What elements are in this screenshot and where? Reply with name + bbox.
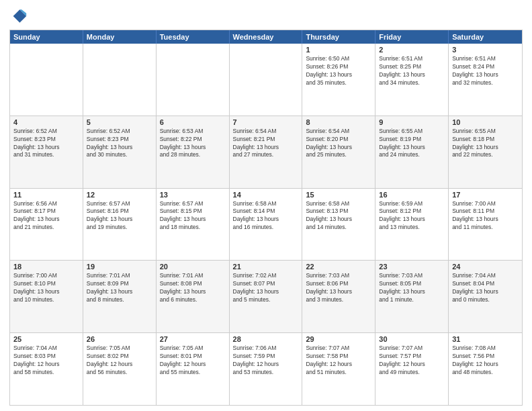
calendar-row-1: 1Sunrise: 6:50 AM Sunset: 8:26 PM Daylig…	[10, 44, 522, 116]
day-number: 6	[160, 118, 226, 126]
calendar: SundayMondayTuesdayWednesdayThursdayFrid…	[9, 30, 523, 406]
day-header-saturday: Saturday	[449, 30, 522, 44]
day-header-friday: Friday	[375, 30, 449, 44]
day-number: 30	[379, 335, 445, 343]
calendar-cell: 4Sunrise: 6:52 AM Sunset: 8:23 PM Daylig…	[10, 116, 83, 188]
calendar-cell: 2Sunrise: 6:51 AM Sunset: 8:25 PM Daylig…	[375, 44, 449, 116]
calendar-cell: 13Sunrise: 6:57 AM Sunset: 8:15 PM Dayli…	[157, 189, 230, 261]
day-info: Sunrise: 7:04 AM Sunset: 8:03 PM Dayligh…	[13, 345, 79, 377]
day-info: Sunrise: 6:54 AM Sunset: 8:21 PM Dayligh…	[233, 128, 299, 160]
calendar-cell: 18Sunrise: 7:00 AM Sunset: 8:10 PM Dayli…	[10, 261, 83, 332]
day-info: Sunrise: 6:52 AM Sunset: 8:23 PM Dayligh…	[13, 128, 79, 160]
calendar-row-4: 18Sunrise: 7:00 AM Sunset: 8:10 PM Dayli…	[10, 260, 522, 332]
calendar-row-2: 4Sunrise: 6:52 AM Sunset: 8:23 PM Daylig…	[10, 116, 522, 188]
calendar-cell: 25Sunrise: 7:04 AM Sunset: 8:03 PM Dayli…	[10, 333, 83, 405]
day-info: Sunrise: 6:56 AM Sunset: 8:17 PM Dayligh…	[13, 200, 79, 232]
day-info: Sunrise: 7:08 AM Sunset: 7:56 PM Dayligh…	[452, 345, 519, 377]
day-number: 20	[160, 263, 226, 271]
logo-icon	[9, 7, 28, 26]
day-number: 15	[306, 191, 371, 199]
day-number: 24	[452, 263, 519, 271]
day-info: Sunrise: 6:57 AM Sunset: 8:16 PM Dayligh…	[87, 200, 152, 232]
day-info: Sunrise: 6:59 AM Sunset: 8:12 PM Dayligh…	[379, 200, 445, 232]
logo	[9, 7, 31, 26]
day-info: Sunrise: 6:50 AM Sunset: 8:26 PM Dayligh…	[306, 55, 371, 87]
day-number: 11	[13, 191, 79, 199]
day-info: Sunrise: 7:05 AM Sunset: 8:01 PM Dayligh…	[160, 345, 226, 377]
calendar-cell: 29Sunrise: 7:07 AM Sunset: 7:58 PM Dayli…	[302, 333, 375, 405]
day-info: Sunrise: 6:58 AM Sunset: 8:14 PM Dayligh…	[233, 200, 299, 232]
calendar-row-5: 25Sunrise: 7:04 AM Sunset: 8:03 PM Dayli…	[10, 332, 522, 405]
day-number: 7	[233, 118, 299, 126]
calendar-cell: 23Sunrise: 7:03 AM Sunset: 8:05 PM Dayli…	[375, 261, 449, 332]
day-number: 22	[306, 263, 371, 271]
calendar-cell: 22Sunrise: 7:03 AM Sunset: 8:06 PM Dayli…	[302, 261, 375, 332]
day-info: Sunrise: 6:57 AM Sunset: 8:15 PM Dayligh…	[160, 200, 226, 232]
day-header-thursday: Thursday	[302, 30, 375, 44]
calendar-cell: 5Sunrise: 6:52 AM Sunset: 8:23 PM Daylig…	[83, 116, 157, 188]
day-info: Sunrise: 6:54 AM Sunset: 8:20 PM Dayligh…	[306, 128, 371, 160]
calendar-body: 1Sunrise: 6:50 AM Sunset: 8:26 PM Daylig…	[10, 44, 522, 405]
calendar-cell: 16Sunrise: 6:59 AM Sunset: 8:12 PM Dayli…	[375, 189, 449, 261]
day-info: Sunrise: 7:07 AM Sunset: 7:57 PM Dayligh…	[379, 345, 445, 377]
day-number: 2	[379, 46, 445, 54]
day-info: Sunrise: 6:58 AM Sunset: 8:13 PM Dayligh…	[306, 200, 371, 232]
calendar-cell: 21Sunrise: 7:02 AM Sunset: 8:07 PM Dayli…	[230, 261, 303, 332]
day-info: Sunrise: 7:01 AM Sunset: 8:08 PM Dayligh…	[160, 272, 226, 304]
day-number: 31	[452, 335, 519, 343]
day-number: 1	[306, 46, 371, 54]
day-info: Sunrise: 6:55 AM Sunset: 8:19 PM Dayligh…	[379, 128, 445, 160]
calendar-cell: 15Sunrise: 6:58 AM Sunset: 8:13 PM Dayli…	[302, 189, 375, 261]
calendar-header: SundayMondayTuesdayWednesdayThursdayFrid…	[10, 30, 522, 44]
day-info: Sunrise: 6:52 AM Sunset: 8:23 PM Dayligh…	[87, 128, 152, 160]
calendar-cell: 8Sunrise: 6:54 AM Sunset: 8:20 PM Daylig…	[302, 116, 375, 188]
calendar-cell: 17Sunrise: 7:00 AM Sunset: 8:11 PM Dayli…	[449, 189, 522, 261]
day-info: Sunrise: 6:53 AM Sunset: 8:22 PM Dayligh…	[160, 128, 226, 160]
day-number: 29	[306, 335, 371, 343]
page: SundayMondayTuesdayWednesdayThursdayFrid…	[0, 0, 532, 411]
day-number: 10	[452, 118, 519, 126]
calendar-cell: 27Sunrise: 7:05 AM Sunset: 8:01 PM Dayli…	[157, 333, 230, 405]
day-number: 27	[160, 335, 226, 343]
calendar-row-3: 11Sunrise: 6:56 AM Sunset: 8:17 PM Dayli…	[10, 188, 522, 261]
day-info: Sunrise: 7:03 AM Sunset: 8:05 PM Dayligh…	[379, 272, 445, 304]
day-info: Sunrise: 6:51 AM Sunset: 8:25 PM Dayligh…	[379, 55, 445, 87]
day-info: Sunrise: 7:07 AM Sunset: 7:58 PM Dayligh…	[306, 345, 371, 377]
calendar-cell: 20Sunrise: 7:01 AM Sunset: 8:08 PM Dayli…	[157, 261, 230, 332]
day-number: 14	[233, 191, 299, 199]
day-number: 16	[379, 191, 445, 199]
day-info: Sunrise: 6:55 AM Sunset: 8:18 PM Dayligh…	[452, 128, 519, 160]
calendar-cell	[83, 44, 157, 116]
day-info: Sunrise: 7:04 AM Sunset: 8:04 PM Dayligh…	[452, 272, 519, 304]
calendar-cell: 11Sunrise: 6:56 AM Sunset: 8:17 PM Dayli…	[10, 189, 83, 261]
day-number: 26	[87, 335, 152, 343]
day-header-monday: Monday	[83, 30, 157, 44]
calendar-cell: 14Sunrise: 6:58 AM Sunset: 8:14 PM Dayli…	[230, 189, 303, 261]
day-number: 19	[87, 263, 152, 271]
calendar-cell: 12Sunrise: 6:57 AM Sunset: 8:16 PM Dayli…	[83, 189, 157, 261]
day-number: 21	[233, 263, 299, 271]
day-number: 12	[87, 191, 152, 199]
day-info: Sunrise: 7:02 AM Sunset: 8:07 PM Dayligh…	[233, 272, 299, 304]
day-info: Sunrise: 6:51 AM Sunset: 8:24 PM Dayligh…	[452, 55, 519, 87]
day-info: Sunrise: 7:00 AM Sunset: 8:10 PM Dayligh…	[13, 272, 79, 304]
calendar-cell: 24Sunrise: 7:04 AM Sunset: 8:04 PM Dayli…	[449, 261, 522, 332]
calendar-cell: 6Sunrise: 6:53 AM Sunset: 8:22 PM Daylig…	[157, 116, 230, 188]
calendar-cell: 26Sunrise: 7:05 AM Sunset: 8:02 PM Dayli…	[83, 333, 157, 405]
day-number: 28	[233, 335, 299, 343]
day-number: 9	[379, 118, 445, 126]
day-number: 23	[379, 263, 445, 271]
calendar-cell: 9Sunrise: 6:55 AM Sunset: 8:19 PM Daylig…	[375, 116, 449, 188]
day-number: 13	[160, 191, 226, 199]
day-header-wednesday: Wednesday	[230, 30, 303, 44]
calendar-cell: 7Sunrise: 6:54 AM Sunset: 8:21 PM Daylig…	[230, 116, 303, 188]
day-header-sunday: Sunday	[10, 30, 83, 44]
header	[9, 7, 523, 26]
day-info: Sunrise: 7:05 AM Sunset: 8:02 PM Dayligh…	[87, 345, 152, 377]
day-number: 5	[87, 118, 152, 126]
day-info: Sunrise: 7:03 AM Sunset: 8:06 PM Dayligh…	[306, 272, 371, 304]
day-info: Sunrise: 7:01 AM Sunset: 8:09 PM Dayligh…	[87, 272, 152, 304]
day-number: 17	[452, 191, 519, 199]
day-number: 8	[306, 118, 371, 126]
day-number: 3	[452, 46, 519, 54]
